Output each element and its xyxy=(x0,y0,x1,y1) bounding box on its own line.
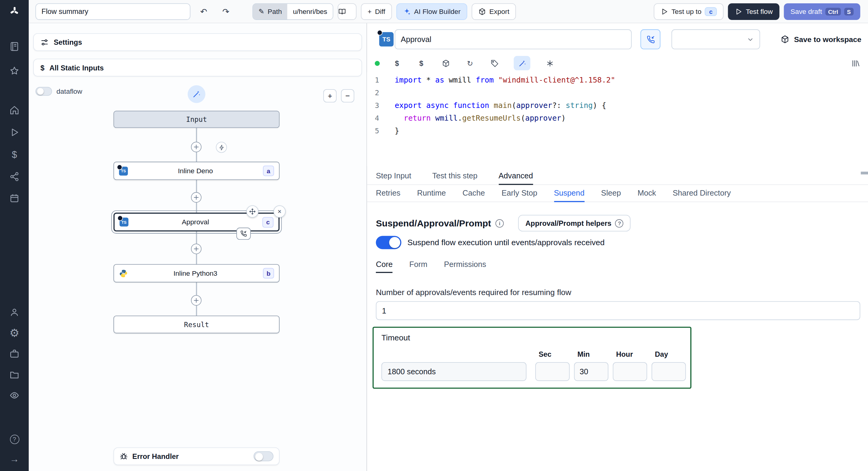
suspend-phone-button[interactable] xyxy=(641,29,660,49)
docs-button[interactable] xyxy=(338,3,356,20)
flows-icon[interactable] xyxy=(0,167,29,186)
zoom-out-button[interactable]: − xyxy=(341,89,354,102)
redo-button[interactable]: ↷ xyxy=(217,4,235,19)
tab-advanced[interactable]: Advanced xyxy=(498,167,533,185)
plus-icon xyxy=(193,297,199,303)
min-input[interactable] xyxy=(574,362,609,381)
variables-icon[interactable]: $ xyxy=(0,145,29,165)
trigger-button[interactable] xyxy=(216,142,227,153)
timeout-label: Timeout xyxy=(381,333,410,342)
day-label: Day xyxy=(655,350,668,358)
dataflow-toggle[interactable] xyxy=(35,87,52,96)
code-editor[interactable]: 12345 import * as wmill from "windmill-c… xyxy=(367,72,868,166)
min-label: Min xyxy=(577,350,590,358)
hour-input[interactable] xyxy=(613,362,647,381)
hour-label: Hour xyxy=(616,350,633,358)
day-input[interactable] xyxy=(652,362,686,381)
tab-early-stop[interactable]: Early Stop xyxy=(501,184,537,202)
test-up-to-button[interactable]: Test up to c xyxy=(654,3,723,20)
tab-step-input[interactable]: Step Input xyxy=(376,167,411,185)
error-handler-button[interactable]: Error Handler xyxy=(113,447,279,465)
tab-core[interactable]: Core xyxy=(376,256,393,273)
settings-gear-icon[interactable]: ⚙ xyxy=(0,323,29,343)
python-icon xyxy=(119,269,128,277)
save-draft-button[interactable]: Save draft Ctrl S xyxy=(784,3,860,20)
approvals-count-input[interactable] xyxy=(376,301,861,320)
dataflow-toggle-row: dataflow xyxy=(35,87,82,96)
users-icon[interactable] xyxy=(0,302,29,322)
tab-permissions[interactable]: Permissions xyxy=(444,256,486,273)
delete-step-button[interactable]: × xyxy=(274,206,286,218)
line-numbers: 12345 xyxy=(367,74,379,138)
reset-icon[interactable]: ↻ xyxy=(465,58,475,68)
zoom-in-button[interactable]: + xyxy=(323,89,337,102)
info-icon[interactable]: i xyxy=(496,219,504,227)
status-dot-icon xyxy=(375,61,380,66)
step-name-input[interactable] xyxy=(395,29,632,49)
code-lines[interactable]: import * as wmill from "windmill-client@… xyxy=(395,74,857,138)
flow-settings-button[interactable]: Settings xyxy=(33,33,362,51)
tab-sleep[interactable]: Sleep xyxy=(601,184,621,202)
template-select[interactable] xyxy=(672,29,760,49)
suspend-phone-badge[interactable] xyxy=(236,228,251,240)
typescript-icon: TS xyxy=(119,166,128,175)
schedules-icon[interactable] xyxy=(0,188,29,208)
ai-assistant-button[interactable] xyxy=(514,56,530,70)
workers-icon[interactable] xyxy=(0,344,29,364)
magic-wand-icon xyxy=(518,59,526,67)
home-icon[interactable] xyxy=(0,100,29,120)
tab-test-this-step[interactable]: Test this step xyxy=(432,167,477,185)
insert-step-button[interactable] xyxy=(191,295,202,306)
windmill-logo-icon[interactable] xyxy=(0,1,29,21)
flow-node-inline-deno[interactable]: TS Inline Deno a xyxy=(113,162,279,180)
save-to-workspace-button[interactable]: Save to workspace xyxy=(781,29,861,49)
move-step-button[interactable] xyxy=(246,206,258,218)
flow-node-inline-python[interactable]: Inline Python3 b xyxy=(113,264,279,282)
tab-cache[interactable]: Cache xyxy=(462,184,485,202)
star-icon[interactable] xyxy=(0,61,29,81)
flow-node-result[interactable]: Result xyxy=(113,316,279,333)
insert-step-button[interactable] xyxy=(191,244,202,254)
ai-wand-button[interactable] xyxy=(188,85,206,103)
phone-incoming-icon xyxy=(240,230,247,237)
tab-mock[interactable]: Mock xyxy=(638,184,656,202)
tab-runtime[interactable]: Runtime xyxy=(417,184,446,202)
suspend-toggle[interactable] xyxy=(376,236,401,249)
tag-icon[interactable] xyxy=(489,58,499,68)
diff-button[interactable]: +Diff xyxy=(361,3,392,20)
test-flow-button[interactable]: Test flow xyxy=(728,3,779,20)
tab-shared-directory[interactable]: Shared Directory xyxy=(673,184,731,202)
sec-input[interactable] xyxy=(535,362,570,381)
path-button[interactable]: ✎Path u/henri/bes xyxy=(252,3,333,20)
undo-button[interactable]: ↶ xyxy=(195,4,213,19)
journal-icon[interactable] xyxy=(0,36,29,57)
ai-flow-builder-button[interactable]: AI Flow Builder xyxy=(396,3,467,20)
flow-node-input[interactable]: Input xyxy=(113,111,279,128)
timeout-total-input[interactable] xyxy=(381,362,526,381)
tab-retries[interactable]: Retries xyxy=(376,184,400,202)
error-handler-toggle[interactable] xyxy=(254,451,274,461)
insert-step-button[interactable] xyxy=(191,192,202,203)
export-button[interactable]: Export xyxy=(471,3,516,20)
flow-summary-input[interactable] xyxy=(35,3,190,20)
kbd-ctrl: Ctrl xyxy=(826,7,841,16)
plus-icon xyxy=(193,144,199,150)
typescript-icon: TS xyxy=(379,32,394,47)
package-icon[interactable] xyxy=(441,58,451,68)
format-icon[interactable] xyxy=(545,58,555,68)
tab-suspend[interactable]: Suspend xyxy=(554,184,585,202)
insert-step-button[interactable] xyxy=(191,142,202,152)
help-icon[interactable]: ? xyxy=(0,429,29,449)
runs-icon[interactable] xyxy=(0,122,29,142)
tab-form[interactable]: Form xyxy=(409,256,427,273)
all-static-inputs-button[interactable]: $ All Static Inputs xyxy=(33,59,362,77)
expand-sidebar-icon[interactable]: → xyxy=(0,449,29,469)
folders-icon[interactable] xyxy=(0,365,29,385)
bug-icon xyxy=(120,452,128,461)
box-icon xyxy=(478,7,486,16)
approval-prompt-helpers-button[interactable]: Approval/Prompt helpers ? xyxy=(518,215,631,232)
resources-icon[interactable]: $ xyxy=(416,58,426,68)
library-icon[interactable] xyxy=(850,58,860,68)
audit-eye-icon[interactable] xyxy=(0,385,29,405)
variables-icon[interactable]: $ xyxy=(392,58,402,68)
